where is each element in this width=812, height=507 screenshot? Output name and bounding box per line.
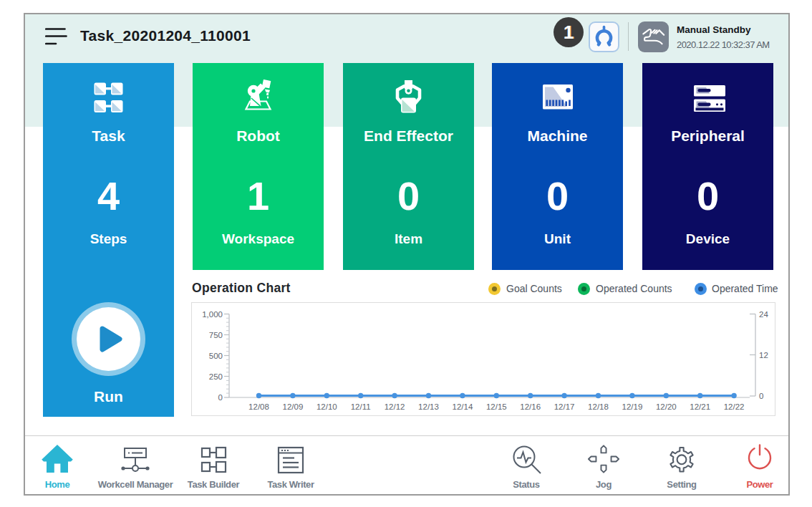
svg-text:750: 750 [209, 331, 223, 339]
svg-text:1,000: 1,000 [202, 310, 223, 319]
svg-text:12/13: 12/13 [418, 402, 439, 411]
svg-text:0: 0 [218, 393, 223, 402]
svg-text:12/22: 12/22 [724, 402, 745, 411]
svg-text:12/19: 12/19 [622, 402, 643, 411]
svg-text:24: 24 [759, 310, 768, 319]
svg-text:12: 12 [759, 351, 768, 359]
svg-text:12/08: 12/08 [248, 402, 269, 411]
svg-text:12/10: 12/10 [316, 402, 337, 411]
svg-text:12/16: 12/16 [520, 402, 541, 411]
svg-text:500: 500 [209, 352, 223, 360]
svg-text:12/15: 12/15 [486, 402, 507, 411]
svg-text:12/17: 12/17 [554, 402, 575, 411]
svg-text:12/21: 12/21 [690, 402, 710, 411]
svg-text:12/14: 12/14 [453, 402, 473, 411]
svg-text:12/09: 12/09 [283, 402, 304, 411]
svg-text:12/11: 12/11 [351, 402, 371, 411]
svg-text:12/18: 12/18 [588, 402, 609, 411]
svg-text:12/12: 12/12 [385, 402, 405, 411]
svg-text:250: 250 [209, 372, 223, 381]
svg-text:12/20: 12/20 [656, 402, 677, 411]
svg-text:0: 0 [759, 392, 763, 400]
